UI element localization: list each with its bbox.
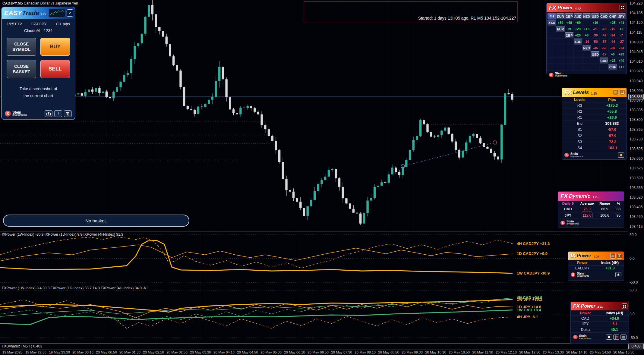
window-separator[interactable] bbox=[0, 285, 644, 285]
matrix-empty-cell bbox=[582, 64, 591, 70]
fxpower-index-panel[interactable]: FXPower 4.42 Power Index (4H) CAD+34.0JP… bbox=[570, 302, 629, 344]
fxlevels-brand-rest: Levels bbox=[573, 90, 589, 96]
close-basket-button[interactable]: CLOSE BASKET bbox=[7, 60, 36, 78]
price-axis-label: 103.555 bbox=[630, 186, 642, 190]
ixpower-indicator-window[interactable]: IXPower (1W-Index) -30.9 IXPower (1D-Ind… bbox=[0, 231, 628, 285]
hamburger-icon[interactable] bbox=[613, 90, 618, 95]
matrix-timeframe[interactable]: 4H bbox=[548, 13, 556, 19]
main-chart-area[interactable] bbox=[0, 0, 628, 231]
fxpower-matrix-panel[interactable]: FXPower 4.42 4HEURGBPAUDNZDUSDCADCHFJPYX… bbox=[546, 3, 627, 74]
fxdynamic-table: CAD76.366.988JPY112.0106.695 bbox=[558, 206, 624, 219]
delta-row: Delta 40.1 bbox=[571, 327, 629, 333]
buy-button[interactable]: BUY bbox=[40, 38, 70, 56]
matrix-row-label: CHF bbox=[608, 64, 617, 70]
book-icon[interactable] bbox=[617, 253, 622, 259]
fxpower-indicator-window[interactable]: FXPower (1W-Index) 8.4 30.3 FXPower (1D-… bbox=[0, 285, 628, 343]
panel-icon[interactable] bbox=[620, 90, 625, 95]
price-axis-label: 103.415 bbox=[630, 225, 642, 229]
levels-row: R2+55.8 bbox=[562, 108, 627, 115]
hamburger-icon[interactable] bbox=[610, 253, 616, 259]
price-axis-label: 103.520 bbox=[630, 195, 642, 199]
easytrade-panel[interactable]: EASYTrade 1.22 ✓ 15:51:12 CADJPY 0.1 pip… bbox=[1, 7, 75, 120]
info-icon[interactable]: i bbox=[54, 110, 62, 117]
matrix-empty-cell bbox=[565, 58, 573, 64]
camera-icon[interactable] bbox=[45, 110, 52, 117]
fxpower-matrix-footer: S Stein Investments bbox=[547, 71, 627, 79]
screenshot-hint-line1: Take a screenshot of bbox=[2, 85, 75, 92]
fxdynamic-indicator-window[interactable]: FXDynamic (M5 F) 0.403 bbox=[0, 344, 628, 350]
candles-icon[interactable] bbox=[613, 335, 619, 340]
fxpower-matrix-header[interactable]: FXPower 4.42 bbox=[547, 3, 627, 12]
matrix-value-cell: -14 bbox=[582, 39, 591, 45]
stein-logo: S Stein Investments bbox=[560, 220, 579, 225]
matrix-row-label: CAD bbox=[600, 58, 608, 64]
matrix-empty-cell bbox=[548, 32, 556, 38]
matrix-empty-cell bbox=[548, 39, 556, 45]
matrix-value-cell: +15 bbox=[582, 26, 591, 32]
price-axis[interactable]: 104.220104.185104.150104.115104.080104.0… bbox=[628, 0, 644, 350]
sell-button[interactable]: SELL bbox=[40, 60, 70, 78]
ixpower-header[interactable]: IXPower 1.25 bbox=[568, 252, 624, 260]
fxdynamic-header[interactable]: FXDynamic 1.25 bbox=[558, 192, 624, 201]
matrix-value-cell: +23 bbox=[608, 58, 617, 64]
window-separator[interactable] bbox=[0, 343, 644, 344]
grid-icon[interactable] bbox=[620, 5, 625, 10]
fxlevels-header[interactable]: FXLevels 1.25 bbox=[562, 88, 627, 97]
chart-symbol: CADJPY,M5 bbox=[2, 1, 23, 5]
close-symbol-button[interactable]: CLOSE SYMBOL bbox=[7, 38, 36, 56]
ixpower-footer: S Stein Investments bbox=[568, 271, 624, 278]
level-value: 103.883 bbox=[598, 121, 627, 126]
alarm-bell-icon[interactable] bbox=[618, 152, 624, 158]
level-name: S4 bbox=[562, 146, 598, 150]
level-value: -72.2 bbox=[598, 140, 627, 144]
dynamic-range: 66.9 bbox=[596, 207, 613, 211]
matrix-empty-cell bbox=[565, 64, 573, 70]
trash-icon[interactable] bbox=[64, 110, 72, 117]
matrix-empty-cell bbox=[574, 64, 582, 70]
fxdynamic-footer: S Stein Investments bbox=[558, 219, 624, 227]
power-symbol: CAD bbox=[571, 316, 600, 321]
time-axis-label: 20 May 12:10 bbox=[496, 350, 517, 354]
matrix-value-cell bbox=[600, 20, 608, 26]
level-value: +55.8 bbox=[598, 109, 627, 114]
alarm-bell-icon[interactable] bbox=[615, 272, 621, 277]
fxpower-brand-rest: Power bbox=[557, 5, 573, 11]
chart-title: CADJPY,M5 Canadian Dollar vs Japanese Ye… bbox=[2, 1, 78, 5]
fxpower-brand-fx: FX bbox=[549, 5, 556, 11]
active-symbol: CADJPY bbox=[31, 22, 47, 26]
stein-logo-icon: S bbox=[549, 73, 554, 77]
matrix-empty-cell bbox=[600, 64, 608, 70]
alarm-bell-icon[interactable] bbox=[606, 335, 612, 340]
fxdynamic-panel[interactable]: FXDynamic 1.25 Daily-5 Average Range % C… bbox=[558, 191, 624, 228]
time-axis-label: 20 May 12:50 bbox=[519, 350, 540, 354]
fxpower-index-header[interactable]: FXPower 4.42 bbox=[571, 302, 629, 310]
time-axis-label: 20 May 00:50 bbox=[96, 350, 117, 354]
power-symbol: CADJPY bbox=[568, 266, 596, 270]
easytrade-header[interactable]: EASYTrade 1.22 ✓ bbox=[2, 7, 75, 19]
matrix-column-header: AUD bbox=[574, 13, 582, 19]
indicator-scale-label: -50.0 bbox=[630, 336, 638, 340]
daily5-column: Daily-5 bbox=[558, 202, 578, 205]
dynamic-row: CAD76.366.988 bbox=[558, 206, 624, 212]
grid-icon[interactable] bbox=[622, 303, 627, 309]
matrix-column-header: GBP bbox=[565, 13, 573, 19]
fxpower-brand-fx: FX bbox=[573, 303, 580, 309]
fxlevels-panel[interactable]: FXLevels 1.25 Levels Pips R3+175.3R2+55.… bbox=[562, 88, 627, 160]
range-column: Range bbox=[596, 202, 613, 205]
candlestick-chart bbox=[0, 0, 628, 231]
time-axis[interactable]: 19 May 202519 May 22:5019 May 23:3020 Ma… bbox=[0, 350, 644, 355]
matrix-value-cell: -67 bbox=[600, 39, 608, 45]
window-separator[interactable] bbox=[0, 231, 644, 231]
time-axis-label: 20 May 04:50 bbox=[237, 350, 258, 354]
fxlevels-brand-fx: FX bbox=[564, 89, 572, 96]
matrix-value-cell: +17 bbox=[617, 64, 626, 70]
indicator-value-label: 1W CAD +8.4 bbox=[517, 308, 541, 312]
stein-logo: S Stein Investments bbox=[549, 72, 567, 77]
ixpower-panel[interactable]: IXPower 1.25 Power Index (4H) CADJPY+31.… bbox=[568, 251, 624, 281]
price-axis-label: 103.450 bbox=[630, 215, 642, 219]
power-symbol: JPY bbox=[571, 322, 600, 326]
menu-icon[interactable] bbox=[620, 335, 627, 340]
price-axis-label: 104.150 bbox=[630, 20, 642, 25]
confirm-checkbox-icon[interactable]: ✓ bbox=[67, 9, 73, 17]
matrix-column-header: EUR bbox=[556, 13, 565, 19]
